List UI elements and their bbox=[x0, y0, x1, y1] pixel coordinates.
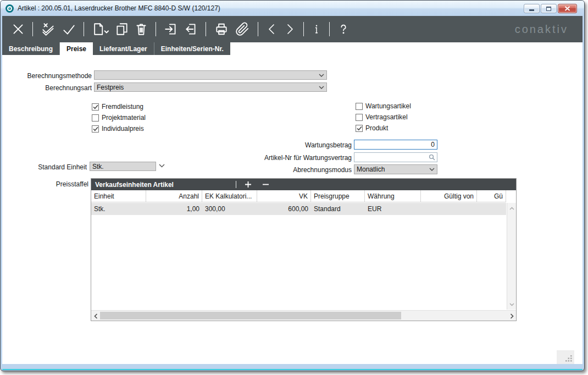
checkbox-unchecked-icon bbox=[356, 103, 363, 110]
checkbox-unchecked-icon bbox=[356, 114, 363, 121]
toolbar-separator bbox=[156, 22, 156, 36]
tab-lieferant-lager[interactable]: Lieferant/Lager bbox=[93, 42, 154, 55]
wartungsbetrag-label: Wartungsbetrag bbox=[222, 141, 352, 149]
table-column-headers: EinheitAnzahlEK Kalkulatori...VKPreisgru… bbox=[91, 190, 506, 202]
resize-grip-icon bbox=[564, 354, 573, 362]
table-row[interactable]: Stk.1,00300,00600,00StandardEUR bbox=[91, 203, 506, 215]
import-icon bbox=[163, 22, 179, 36]
wartungsvertrag-artikelnr-input[interactable] bbox=[354, 152, 437, 162]
berechnungsart-select[interactable]: Festpreis bbox=[94, 82, 327, 92]
add-row-button[interactable] bbox=[241, 179, 255, 190]
toolbar-separator bbox=[32, 22, 33, 36]
column-header[interactable]: Gü bbox=[477, 190, 506, 202]
abrechnungsmodus-value: Monatlich bbox=[357, 166, 385, 173]
scroll-down-icon[interactable] bbox=[507, 300, 516, 308]
duplicate-button[interactable] bbox=[112, 19, 132, 39]
scroll-right-icon[interactable] bbox=[507, 311, 516, 321]
abrechnungsmodus-label: Abrechnungsmodus bbox=[222, 166, 352, 174]
print-icon bbox=[213, 22, 230, 36]
checkbox-checked-icon bbox=[92, 103, 99, 111]
cancel-button[interactable] bbox=[9, 19, 27, 39]
toolbar: conaktiv bbox=[2, 16, 583, 42]
tab-preise[interactable]: Preise bbox=[60, 42, 93, 55]
check-all-button[interactable] bbox=[38, 19, 59, 39]
toolbar-buttons bbox=[9, 19, 352, 39]
abrechnungsmodus-select[interactable]: Monatlich bbox=[354, 164, 437, 174]
restore-button[interactable] bbox=[541, 4, 557, 13]
export-button[interactable] bbox=[181, 19, 201, 39]
column-header[interactable]: Anzahl bbox=[146, 190, 202, 202]
tab-einheiten-serien-nr[interactable]: Einheiten/Serien-Nr. bbox=[154, 42, 230, 55]
column-header-label: Einheit bbox=[94, 192, 114, 200]
close-button[interactable] bbox=[558, 4, 577, 13]
checkbox-vertragsartikel[interactable]: Vertragsartikel bbox=[356, 112, 411, 123]
standard-einheit-chevron-icon[interactable] bbox=[159, 164, 165, 168]
berechnungsart-value: Festpreis bbox=[97, 84, 124, 91]
checkbox-wartungsartikel[interactable]: Wartungsartikel bbox=[356, 101, 411, 112]
toolbar-separator bbox=[84, 22, 84, 36]
import-button[interactable] bbox=[161, 19, 181, 39]
check-all-icon bbox=[40, 22, 57, 36]
wartungsbetrag-input[interactable]: 0 bbox=[354, 140, 437, 150]
confirm-icon bbox=[61, 22, 76, 36]
window-controls bbox=[524, 4, 577, 13]
scroll-up-icon[interactable] bbox=[507, 204, 516, 212]
column-header-label: Gü bbox=[494, 192, 503, 200]
tab-beschreibung[interactable]: Beschreibung bbox=[2, 42, 60, 55]
cell-value: 1,00 bbox=[187, 205, 199, 213]
print-button[interactable] bbox=[211, 19, 232, 39]
duplicate-icon bbox=[114, 22, 130, 36]
table-cell: Stk. bbox=[91, 203, 146, 215]
help-button[interactable] bbox=[335, 19, 352, 39]
vertical-scrollbar[interactable] bbox=[507, 203, 516, 310]
column-header[interactable]: Gültig von bbox=[421, 190, 477, 202]
price-table: Verkaufseinheiten Artikel EinheitAnzahlE… bbox=[91, 178, 517, 321]
new-record-button[interactable] bbox=[89, 19, 112, 39]
column-header[interactable]: VK bbox=[257, 190, 311, 202]
checkbox-checked-icon bbox=[92, 125, 99, 133]
minimize-button[interactable] bbox=[524, 4, 540, 13]
column-header-label: EK Kalkulatori... bbox=[205, 192, 252, 200]
checkbox-produkt[interactable]: Produkt bbox=[356, 123, 411, 134]
confirm-button[interactable] bbox=[59, 19, 79, 39]
column-header[interactable]: Preisgruppe bbox=[311, 190, 365, 202]
delete-button[interactable] bbox=[132, 19, 151, 39]
scrollbar-thumb[interactable] bbox=[100, 312, 401, 319]
checkbox-individualpreis[interactable]: Individualpreis bbox=[92, 123, 146, 134]
toolbar-separator bbox=[206, 22, 206, 36]
delete-icon bbox=[134, 22, 148, 36]
divider bbox=[236, 181, 236, 188]
content-area: Berechnungsmethode Berechnungsart Festpr… bbox=[2, 55, 583, 364]
column-header-label: Anzahl bbox=[179, 192, 199, 200]
search-icon[interactable] bbox=[429, 154, 435, 161]
checkbox-fremdleistung[interactable]: Fremdleistung bbox=[92, 101, 146, 112]
chevron-down-icon bbox=[429, 168, 435, 171]
remove-row-button[interactable] bbox=[258, 179, 273, 190]
close-icon bbox=[564, 6, 570, 11]
tab-label: Beschreibung bbox=[9, 45, 53, 53]
standard-einheit-select[interactable]: Stk. bbox=[90, 162, 156, 171]
checkbox-label: Fremdleistung bbox=[102, 103, 143, 111]
column-header[interactable]: Einheit bbox=[91, 190, 146, 202]
flags-left-group: FremdleistungProjektmaterialIndividualpr… bbox=[92, 101, 146, 134]
attachment-button[interactable] bbox=[232, 19, 253, 39]
new-record-icon bbox=[91, 22, 110, 36]
column-header[interactable]: EK Kalkulatori... bbox=[202, 190, 257, 202]
scroll-left-icon[interactable] bbox=[91, 311, 100, 321]
column-header[interactable]: Währung bbox=[365, 190, 421, 202]
checkbox-projektmaterial[interactable]: Projektmaterial bbox=[92, 112, 146, 123]
titlebar[interactable]: Artikel : 200.05.01, Laserdrucker Brothe… bbox=[1, 1, 584, 16]
toolbar-separator bbox=[329, 22, 330, 36]
horizontal-scrollbar[interactable] bbox=[91, 310, 516, 321]
next-record-button[interactable] bbox=[281, 19, 298, 39]
cell-value: EUR bbox=[368, 205, 381, 213]
table-cell: EUR bbox=[365, 203, 421, 215]
berechnungsmethode-select[interactable] bbox=[94, 70, 327, 80]
resize-grip[interactable] bbox=[557, 350, 574, 364]
info-button[interactable] bbox=[309, 19, 324, 39]
table-cell: Standard bbox=[311, 203, 365, 215]
column-header-label: Währung bbox=[368, 192, 395, 200]
prev-record-button[interactable] bbox=[263, 19, 281, 39]
column-header-label: Gültig von bbox=[444, 192, 474, 200]
app-window: Artikel : 200.05.01, Laserdrucker Brothe… bbox=[0, 0, 585, 371]
